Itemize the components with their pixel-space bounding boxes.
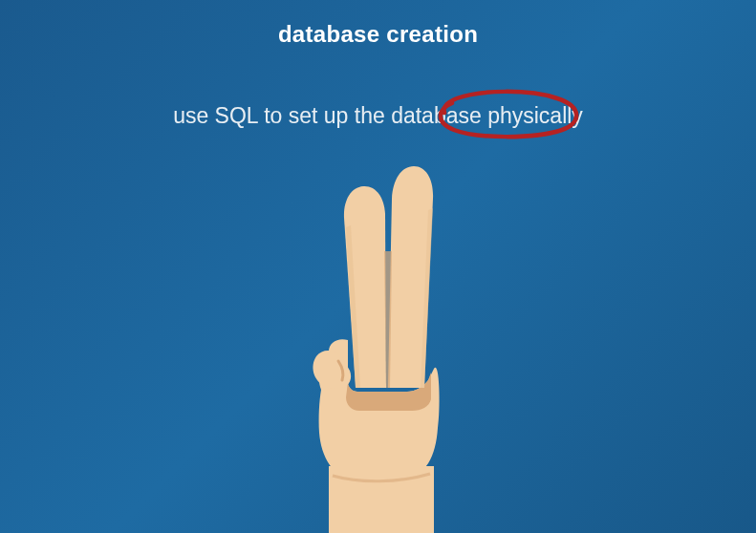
peace-sign-hand-icon — [254, 160, 503, 533]
slide-title: database creation — [0, 21, 756, 48]
slide-subtitle: use SQL to set up the database physicall… — [173, 103, 583, 128]
subtitle-container: use SQL to set up the database physicall… — [0, 103, 756, 129]
